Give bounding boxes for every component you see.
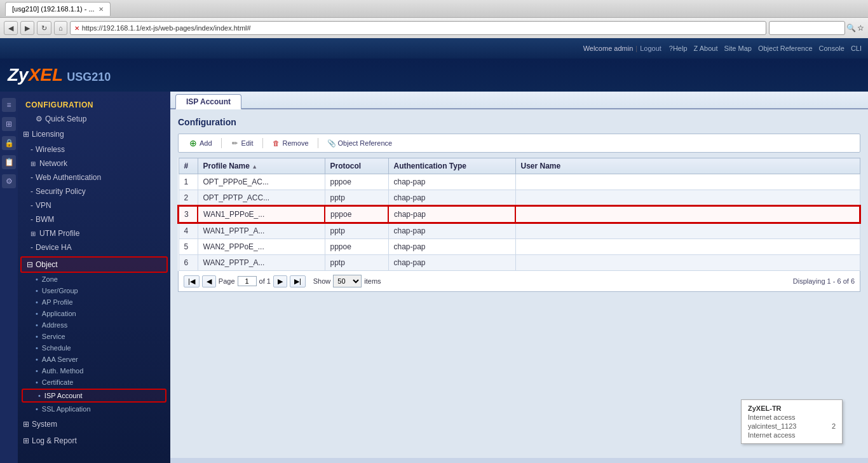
side-icon-strip: ≡ ⊞ 🔒 📋 ⚙ bbox=[0, 92, 18, 463]
forward-button[interactable]: ▶ bbox=[20, 21, 34, 35]
display-info: Displaying 1 - 6 of 6 bbox=[793, 277, 855, 285]
page-last-button[interactable]: ▶| bbox=[290, 275, 306, 287]
add-button[interactable]: ⊕ Add bbox=[184, 137, 217, 149]
back-button[interactable]: ◀ bbox=[4, 21, 18, 35]
edit-button[interactable]: ✏ Edit bbox=[226, 137, 259, 149]
sidebar-subitem-address[interactable]: Address bbox=[18, 319, 170, 331]
sidebar-item-vpn[interactable]: - VPN bbox=[18, 198, 170, 212]
browser-tab[interactable]: [usg210] (192.168.1.1) - ... ✕ bbox=[5, 2, 111, 16]
obj-ref-button[interactable]: 📎 Object Reference bbox=[322, 137, 398, 149]
sitemap-link[interactable]: Site Map bbox=[724, 45, 751, 52]
table-body: 1OPT_PPPoE_AC...pppoechap-pap2OPT_PPTP_A… bbox=[179, 174, 860, 271]
table-cell-3-1: WAN1_PPTP_A... bbox=[198, 223, 325, 239]
toolbar-sep-3 bbox=[318, 138, 318, 148]
vpn-label: VPN bbox=[36, 201, 51, 210]
utm-expand-icon: ⊞ bbox=[31, 230, 36, 237]
sidebar-item-web-auth[interactable]: - Web Authentication bbox=[18, 170, 170, 184]
table-cell-2-0: 3 bbox=[179, 206, 198, 223]
sidebar-item-object[interactable]: ⊟ Object bbox=[20, 256, 168, 273]
tab-close-icon[interactable]: ✕ bbox=[98, 6, 104, 13]
page-text: Page bbox=[219, 277, 235, 285]
side-icon-3[interactable]: 🔒 bbox=[2, 136, 16, 150]
tooltip-popup: ZyXEL-TR Internet access yalcintest_1123… bbox=[741, 399, 843, 444]
remove-button[interactable]: 🗑 Remove bbox=[267, 137, 314, 149]
cli-link[interactable]: CLI bbox=[851, 45, 862, 52]
sidebar-subitem-user-group[interactable]: User/Group bbox=[18, 285, 170, 296]
aaa-server-label: AAA Server bbox=[42, 356, 78, 363]
sidebar-subitem-zone[interactable]: Zone bbox=[18, 273, 170, 285]
sidebar-section-title: CONFIGURATION bbox=[18, 95, 170, 112]
side-icon-4[interactable]: 📋 bbox=[2, 155, 16, 169]
tooltip-line1-text: Internet access bbox=[748, 413, 796, 421]
table-row[interactable]: 6WAN2_PPTP_A...pptpchap-pap bbox=[179, 255, 860, 271]
table-cell-3-3: chap-pap bbox=[388, 223, 515, 239]
side-icon-1[interactable]: ≡ bbox=[2, 98, 16, 112]
side-icon-5[interactable]: ⚙ bbox=[2, 174, 16, 188]
service-label: Service bbox=[42, 333, 65, 340]
sidebar-item-wireless[interactable]: - Wireless bbox=[18, 142, 170, 156]
security-policy-dash: - bbox=[31, 187, 33, 196]
items-text: items bbox=[364, 277, 381, 285]
sidebar-item-utm-profile[interactable]: ⊞ UTM Profile bbox=[18, 226, 170, 240]
sidebar-item-network[interactable]: ⊞ Network bbox=[18, 156, 170, 170]
vpn-dash: - bbox=[31, 201, 33, 210]
page-number-input[interactable] bbox=[238, 276, 257, 286]
edit-label: Edit bbox=[241, 139, 254, 147]
sidebar-subitem-isp-account[interactable]: ISP Account bbox=[22, 389, 166, 403]
sidebar-item-quick-setup[interactable]: ⚙ Quick Setup bbox=[18, 112, 170, 126]
show-text: Show bbox=[313, 277, 331, 285]
logout-link[interactable]: Logout bbox=[640, 45, 661, 52]
licensing-label: Licensing bbox=[32, 130, 64, 139]
logo-model: USG210 bbox=[67, 71, 111, 84]
table-row[interactable]: 4WAN1_PPTP_A...pptpchap-pap bbox=[179, 223, 860, 239]
help-link[interactable]: ?Help bbox=[669, 45, 688, 52]
tab-isp-account[interactable]: ISP Account bbox=[175, 94, 241, 109]
sidebar-subitem-auth-method[interactable]: Auth. Method bbox=[18, 365, 170, 377]
table-cell-0-1: OPT_PPPoE_AC... bbox=[198, 174, 325, 190]
page-prev-button[interactable]: ◀ bbox=[202, 275, 216, 287]
objref-link[interactable]: Object Reference bbox=[758, 45, 813, 52]
sidebar-subitem-aaa-server[interactable]: AAA Server bbox=[18, 354, 170, 365]
address-bar[interactable]: ✕ https://192.168.1.1/ext-js/web-pages/i… bbox=[70, 21, 766, 35]
app-header: ZyXEL USG210 bbox=[0, 59, 868, 92]
home-button[interactable]: ⌂ bbox=[54, 21, 67, 35]
table-row[interactable]: 1OPT_PPPoE_AC...pppoechap-pap bbox=[179, 174, 860, 190]
sidebar-subitem-service[interactable]: Service bbox=[18, 331, 170, 342]
sidebar-subitem-certificate[interactable]: Certificate bbox=[18, 377, 170, 388]
table-cell-2-1: WAN1_PPPoE_... bbox=[198, 206, 325, 223]
top-nav-links: Welcome admin | Logout ?Help Z About Sit… bbox=[583, 45, 862, 52]
sidebar-item-log-report[interactable]: ⊞ Log & Report bbox=[18, 434, 170, 448]
reload-button[interactable]: ↻ bbox=[37, 21, 51, 35]
tooltip-line2: yalcintest_1123 2 bbox=[748, 422, 836, 431]
page-next-button[interactable]: ▶ bbox=[273, 275, 287, 287]
sidebar-item-licensing[interactable]: ⊞ Licensing bbox=[18, 127, 170, 141]
sidebar-item-system[interactable]: ⊞ System bbox=[18, 417, 170, 431]
console-link[interactable]: Console bbox=[819, 45, 844, 52]
insecure-icon: ✕ bbox=[74, 25, 79, 32]
page-size-select[interactable]: 50 100 200 bbox=[333, 275, 362, 287]
table-row[interactable]: 3WAN1_PPPoE_...pppoechap-pap bbox=[179, 206, 860, 223]
sidebar-subitem-ap-profile[interactable]: AP Profile bbox=[18, 296, 170, 308]
sidebar-subitem-ssl-application[interactable]: SSL Application bbox=[18, 403, 170, 415]
sidebar-subitem-schedule[interactable]: Schedule bbox=[18, 342, 170, 354]
about-link[interactable]: Z About bbox=[694, 45, 718, 52]
tab-title: [usg210] (192.168.1.1) - ... bbox=[12, 5, 95, 13]
address-text: https://192.168.1.1/ext-js/web-pages/ind… bbox=[82, 24, 251, 32]
table-row[interactable]: 5WAN2_PPPoE_...pppoechap-pap bbox=[179, 239, 860, 255]
page-first-button[interactable]: |◀ bbox=[184, 275, 200, 287]
sidebar-subitem-application[interactable]: Application bbox=[18, 308, 170, 319]
col-header-profile[interactable]: Profile Name ▲ bbox=[198, 158, 325, 174]
edit-icon: ✏ bbox=[231, 139, 240, 148]
top-nav-bar: Welcome admin | Logout ?Help Z About Sit… bbox=[0, 38, 868, 59]
sidebar-item-device-ha[interactable]: - Device HA bbox=[18, 240, 170, 254]
side-icon-2[interactable]: ⊞ bbox=[2, 117, 16, 131]
remove-icon: 🗑 bbox=[272, 139, 281, 148]
browser-search-input[interactable] bbox=[769, 21, 845, 35]
isp-account-label: ISP Account bbox=[44, 392, 83, 399]
sidebar-item-security-policy[interactable]: - Security Policy bbox=[18, 184, 170, 198]
sidebar-item-bwm[interactable]: - BWM bbox=[18, 212, 170, 226]
table-cell-4-0: 5 bbox=[179, 239, 198, 255]
table-row[interactable]: 2OPT_PPTP_ACC...pptpchap-pap bbox=[179, 190, 860, 207]
col-header-protocol: Protocol bbox=[325, 158, 388, 174]
tooltip-line2-label: yalcintest_1123 bbox=[748, 422, 796, 430]
